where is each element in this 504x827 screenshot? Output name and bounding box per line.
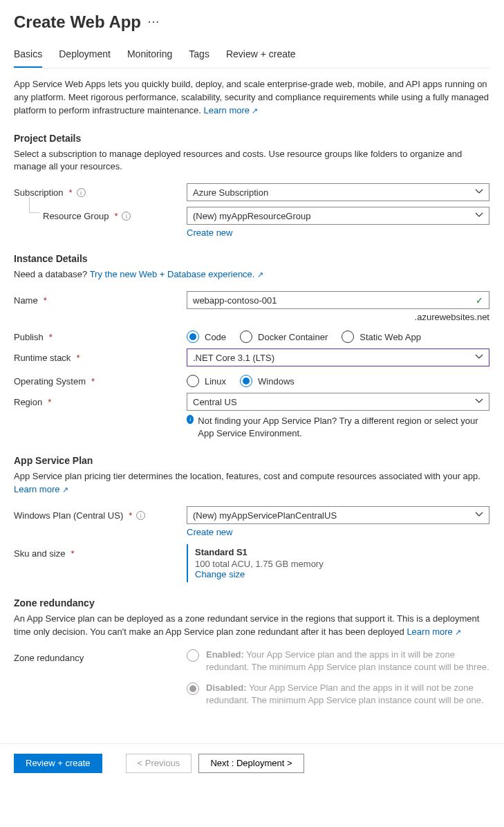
os-linux-label: Linux	[205, 376, 226, 387]
review-create-button[interactable]: Review + create	[14, 754, 102, 773]
plan-label: Windows Plan (Central US)	[14, 510, 123, 521]
required-icon: *	[49, 332, 53, 342]
project-details-desc: Select a subscription to manage deployed…	[14, 148, 490, 174]
required-icon: *	[129, 510, 132, 521]
create-new-rg-link[interactable]: Create new	[187, 227, 232, 238]
tab-tags[interactable]: Tags	[189, 48, 209, 68]
os-windows-label: Windows	[258, 376, 295, 387]
plan-select[interactable]: (New) myAppServicePlanCentralUS	[187, 506, 489, 524]
domain-suffix: .azurewebsites.net	[187, 312, 489, 322]
resource-group-select[interactable]: (New) myAppResourceGroup	[187, 207, 489, 225]
check-icon: ✓	[476, 295, 483, 306]
next-button[interactable]: Next : Deployment >	[198, 754, 304, 773]
asp-heading: App Service Plan	[14, 455, 490, 466]
plan-value: (New) myAppServicePlanCentralUS	[193, 510, 337, 521]
web-database-link[interactable]: Try the new Web + Database experience.	[90, 269, 263, 279]
publish-radio-docker[interactable]: Docker Container	[240, 331, 328, 343]
tab-monitoring[interactable]: Monitoring	[127, 48, 172, 68]
create-new-plan-link[interactable]: Create new	[187, 527, 232, 537]
tab-basics[interactable]: Basics	[14, 48, 42, 68]
chevron-down-icon	[475, 187, 483, 198]
sku-name: Standard S1	[195, 547, 489, 557]
footer-bar: Review + create < Previous Next : Deploy…	[0, 743, 504, 787]
page-title-text: Create Web App	[14, 12, 141, 32]
publish-radio-code[interactable]: Code	[187, 331, 226, 343]
subscription-select[interactable]: Azure Subscription	[187, 183, 489, 201]
os-label: Operating System	[14, 376, 86, 387]
info-icon[interactable]: i	[77, 188, 86, 197]
asp-desc-text: App Service plan pricing tier determines…	[14, 471, 480, 481]
zone-learn-more-link[interactable]: Learn more	[407, 626, 461, 637]
change-size-link[interactable]: Change size	[195, 569, 245, 579]
page-title: Create Web App ···	[14, 12, 490, 32]
publish-code-label: Code	[205, 332, 226, 342]
region-value: Central US	[193, 397, 237, 407]
zone-radio-enabled[interactable]: Enabled: Your App Service plan and the a…	[187, 649, 490, 673]
chevron-down-icon	[475, 397, 483, 407]
name-input[interactable]: webapp-contoso-001 ✓	[187, 291, 489, 309]
chevron-down-icon	[475, 211, 483, 221]
sku-label: Sku and size	[14, 548, 65, 559]
publish-radio-static[interactable]: Static Web App	[342, 331, 421, 343]
zone-enabled-desc: Your App Service plan and the apps in it…	[206, 649, 489, 672]
required-icon: *	[69, 187, 73, 198]
asp-learn-more-link[interactable]: Learn more	[14, 484, 68, 494]
required-icon: *	[114, 211, 118, 221]
publish-label: Publish	[14, 332, 44, 342]
runtime-label: Runtime stack	[14, 353, 71, 363]
runtime-select[interactable]: .NET Core 3.1 (LTS)	[187, 349, 489, 366]
sku-box: Standard S1 100 total ACU, 1.75 GB memor…	[187, 544, 489, 582]
db-prompt-text: Need a database?	[14, 269, 90, 279]
info-icon[interactable]: i	[122, 212, 131, 221]
resource-group-label: Resource Group	[43, 211, 109, 221]
zone-heading: Zone redundancy	[14, 597, 490, 608]
previous-button: < Previous	[126, 754, 192, 773]
zone-label: Zone redundancy	[14, 653, 84, 663]
name-value: webapp-contoso-001	[193, 295, 277, 306]
resource-group-value: (New) myAppResourceGroup	[193, 211, 311, 221]
zone-enabled-title: Enabled:	[206, 649, 244, 660]
region-label: Region	[14, 397, 42, 407]
chevron-down-icon	[475, 353, 483, 363]
zone-disabled-desc: Your App Service Plan and the apps in it…	[206, 682, 484, 705]
region-select[interactable]: Central US	[187, 393, 489, 411]
more-icon[interactable]: ···	[148, 17, 160, 28]
zone-disabled-title: Disabled:	[206, 682, 247, 693]
os-radio-windows[interactable]: Windows	[240, 375, 295, 387]
asp-desc: App Service plan pricing tier determines…	[14, 470, 490, 496]
region-note: Not finding your App Service Plan? Try a…	[198, 415, 489, 440]
required-icon: *	[44, 295, 47, 306]
subscription-value: Azure Subscription	[193, 187, 268, 198]
tab-review-create[interactable]: Review + create	[226, 48, 296, 68]
tab-deployment[interactable]: Deployment	[59, 48, 111, 68]
os-radio-linux[interactable]: Linux	[187, 375, 226, 387]
publish-docker-label: Docker Container	[258, 332, 328, 342]
instance-db-prompt: Need a database? Try the new Web + Datab…	[14, 268, 490, 281]
zone-radio-disabled[interactable]: Disabled: Your App Service Plan and the …	[187, 682, 490, 707]
tabs: Basics Deployment Monitoring Tags Review…	[14, 48, 490, 68]
required-icon: *	[76, 353, 80, 363]
sku-desc: 100 total ACU, 1.75 GB memory	[195, 559, 489, 569]
intro-learn-more-link[interactable]: Learn more	[204, 105, 259, 115]
subscription-label: Subscription	[14, 187, 64, 198]
intro-text: App Service Web Apps lets you quickly bu…	[14, 78, 490, 118]
name-label: Name	[14, 295, 38, 306]
runtime-value: .NET Core 3.1 (LTS)	[193, 353, 274, 363]
project-details-heading: Project Details	[14, 133, 490, 144]
required-icon: *	[91, 376, 95, 387]
publish-static-label: Static Web App	[360, 332, 421, 342]
info-icon: i	[187, 415, 194, 424]
required-icon: *	[71, 548, 74, 559]
chevron-down-icon	[475, 510, 483, 521]
required-icon: *	[48, 397, 51, 407]
info-icon[interactable]: i	[136, 511, 145, 520]
zone-desc: An App Service plan can be deployed as a…	[14, 613, 490, 639]
instance-details-heading: Instance Details	[14, 253, 490, 264]
